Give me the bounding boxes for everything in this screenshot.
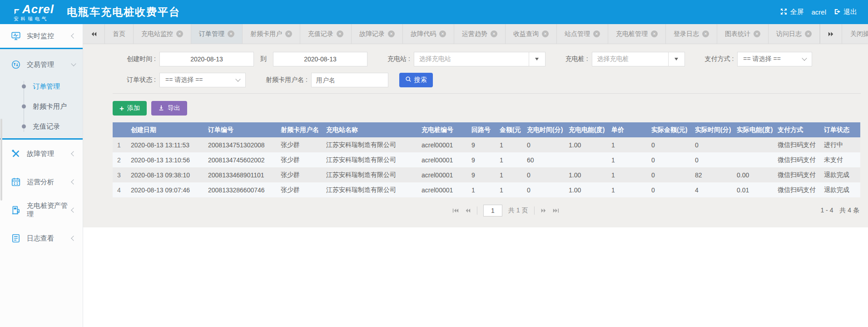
table-cell: 未支付: [824, 152, 860, 167]
chevron-left-icon: [71, 33, 76, 38]
date-from-input[interactable]: [159, 52, 254, 66]
table-cell: 张少群: [281, 152, 326, 167]
pile-select[interactable]: 选择充电桩: [592, 52, 685, 66]
tab-item[interactable]: 收益查询×: [506, 24, 557, 44]
table-row[interactable]: 22020-08-13 13:10:562008134745602002张少群江…: [113, 152, 860, 167]
dropdown-arrow-icon[interactable]: [529, 52, 545, 66]
column-header: 支付方式: [778, 122, 824, 137]
date-to-input[interactable]: [273, 52, 367, 66]
tab-close-icon[interactable]: ×: [491, 30, 497, 37]
table-cell: 张少群: [281, 137, 326, 152]
tab-item[interactable]: 充值记录×: [300, 24, 352, 44]
tab-label: 首页: [113, 30, 125, 38]
tab-close-icon[interactable]: ×: [228, 30, 234, 37]
table-cell: 1: [500, 152, 527, 167]
sidebar-item-order-management[interactable]: 订单管理: [22, 76, 83, 96]
add-button-label: 添加: [127, 104, 140, 112]
last-page-button[interactable]: [553, 208, 559, 213]
tab-item[interactable]: 访问日志×: [769, 24, 820, 44]
tab-item[interactable]: 充电站监控×: [134, 24, 191, 44]
close-operations-menu[interactable]: 关闭操作: [842, 24, 868, 44]
table-row[interactable]: 42020-08-13 09:07:462008133286600746张少群江…: [113, 182, 860, 197]
tab-close-icon[interactable]: ×: [285, 30, 292, 37]
sidebar-item-operation-analysis[interactable]: 运营分析: [0, 168, 83, 196]
plus-icon: +: [119, 105, 124, 112]
tab-close-icon[interactable]: ×: [754, 30, 760, 37]
fullscreen-button[interactable]: 全屏: [780, 8, 804, 16]
tab-close-icon[interactable]: ×: [702, 30, 709, 37]
table-cell: 江苏安科瑞制造有限公司: [326, 167, 422, 182]
tab-close-icon[interactable]: ×: [542, 30, 549, 37]
search-button-label: 搜索: [414, 76, 427, 84]
chevron-left-icon: [71, 179, 76, 184]
tab-item[interactable]: 故障记录×: [352, 24, 403, 44]
tab-item[interactable]: 图表统计×: [717, 24, 769, 44]
table-cell: acrel00001: [422, 137, 471, 152]
order-status-select[interactable]: == 请选择 ==: [159, 73, 246, 87]
tabs-scroll-left-button[interactable]: [83, 24, 105, 44]
station-select[interactable]: 选择充电站: [414, 52, 546, 66]
rfid-username-input[interactable]: [311, 73, 388, 87]
next-page-button[interactable]: [541, 208, 547, 213]
table-cell: 江苏安科瑞制造有限公司: [326, 152, 422, 167]
sidebar-item-transaction-management[interactable]: 交易管理: [0, 53, 83, 76]
tab-close-icon[interactable]: ×: [439, 30, 446, 37]
acrel-logo: Acrel 安科瑞电气: [14, 3, 54, 21]
tab-label: 充值记录: [308, 30, 333, 38]
sidebar-item-rfid-users[interactable]: 射频卡用户: [22, 96, 83, 116]
tab-item[interactable]: 首页: [105, 24, 134, 44]
table-cell: 微信扫码支付: [778, 137, 824, 152]
toolbar: + 添加 导出: [113, 101, 861, 116]
page-number-input[interactable]: [483, 205, 502, 216]
tab-item[interactable]: 射频卡用户×: [243, 24, 300, 44]
table-cell: 0: [651, 167, 695, 182]
fullscreen-label: 全屏: [790, 8, 804, 16]
tab-item[interactable]: 订单管理×: [191, 24, 243, 44]
logout-button[interactable]: 退出: [834, 8, 857, 16]
sidebar-item-pile-asset-management[interactable]: 充电桩资产管理: [0, 196, 83, 224]
close-operations-label: 关闭操作: [850, 30, 868, 38]
table-row[interactable]: 32020-08-13 09:38:102008133468901101张少群江…: [113, 167, 860, 182]
search-button[interactable]: 搜索: [399, 73, 433, 87]
logout-label: 退出: [843, 8, 857, 16]
column-header: 实际电能(度): [737, 122, 778, 137]
sidebar-item-fault-management[interactable]: 故障管理: [0, 140, 83, 168]
tabs-scroll-right-button[interactable]: [820, 24, 842, 44]
tab-close-icon[interactable]: ×: [337, 30, 343, 37]
sidebar-item-log-view[interactable]: 日志查看: [0, 224, 83, 252]
tab-item[interactable]: 登录日志×: [666, 24, 717, 44]
tab-item[interactable]: 站点管理×: [557, 24, 608, 44]
sidebar-item-label: 运营分析: [27, 178, 54, 186]
table-cell: 0: [651, 137, 695, 152]
username[interactable]: acrel: [811, 8, 826, 16]
tab-close-icon[interactable]: ×: [176, 30, 183, 37]
payment-method-select[interactable]: == 请选择 ==: [737, 52, 812, 66]
export-button[interactable]: 导出: [151, 101, 187, 116]
previous-page-button[interactable]: [465, 208, 471, 213]
table-cell: 2020-08-13 09:38:10: [131, 167, 208, 182]
table-cell: 0: [651, 182, 695, 197]
column-header: 回路号: [471, 122, 500, 137]
chevron-down-icon: [235, 76, 240, 81]
table-cell: 1: [471, 182, 500, 197]
tab-close-icon[interactable]: ×: [593, 30, 600, 37]
tab-item[interactable]: 充电桩管理×: [608, 24, 666, 44]
total-pages-label: 共 1 页: [508, 206, 528, 215]
tab-close-icon[interactable]: ×: [805, 30, 812, 37]
tab-close-icon[interactable]: ×: [388, 30, 395, 37]
tab-close-icon[interactable]: ×: [651, 30, 658, 37]
table-row[interactable]: 12020-08-13 13:11:532008134751302008张少群江…: [113, 137, 860, 152]
table-cell: 微信扫码支付: [778, 182, 824, 197]
payment-method-value: == 请选择 ==: [743, 55, 780, 63]
tab-item[interactable]: 故障代码×: [403, 24, 454, 44]
sidebar-item-recharge-records[interactable]: 充值记录: [22, 116, 83, 136]
sidebar-item-realtime-monitor[interactable]: 实时监控: [0, 24, 83, 48]
first-page-button[interactable]: [452, 208, 459, 213]
tab-list: 首页充电站监控×订单管理×射频卡用户×充值记录×故障记录×故障代码×运营趋势×收…: [105, 24, 820, 44]
add-button[interactable]: + 添加: [113, 101, 147, 116]
tab-label: 访问日志: [776, 30, 802, 38]
tab-item[interactable]: 运营趋势×: [454, 24, 506, 44]
table-cell: 1: [611, 167, 651, 182]
dropdown-arrow-icon[interactable]: [668, 52, 684, 66]
column-header: 充电电能(度): [569, 122, 611, 137]
